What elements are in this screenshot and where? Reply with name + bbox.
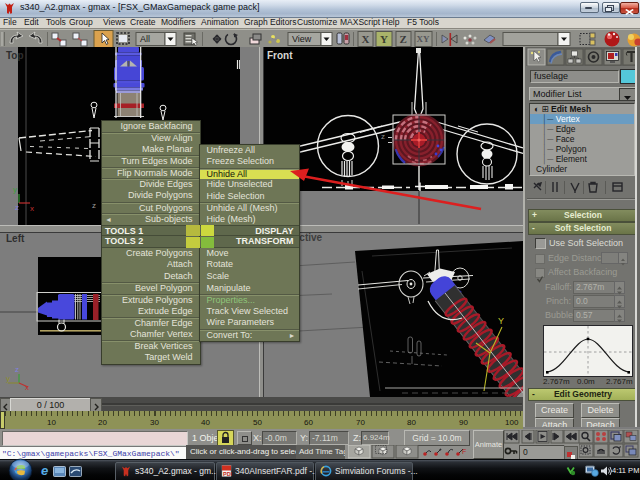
svg-text:PDF: PDF [223,471,232,477]
svg-text:All: All [140,34,150,44]
svg-text:z: z [15,365,19,374]
svg-text:Y: Y [380,33,388,45]
svg-text:z: z [381,132,385,141]
svg-text:Y: Y [498,316,504,326]
svg-text:View: View [292,34,312,44]
svg-text:X: X [362,33,370,45]
svg-text:F: F [462,448,466,455]
svg-text:x: x [25,383,29,392]
svg-text:y: y [13,185,17,194]
svg-text:Z: Z [400,33,407,45]
svg-text:x: x [30,204,34,213]
svg-text:y: y [6,374,10,383]
svg-text:z: z [92,201,96,210]
svg-text:z: z [15,203,19,212]
svg-text:XY: XY [417,34,430,44]
